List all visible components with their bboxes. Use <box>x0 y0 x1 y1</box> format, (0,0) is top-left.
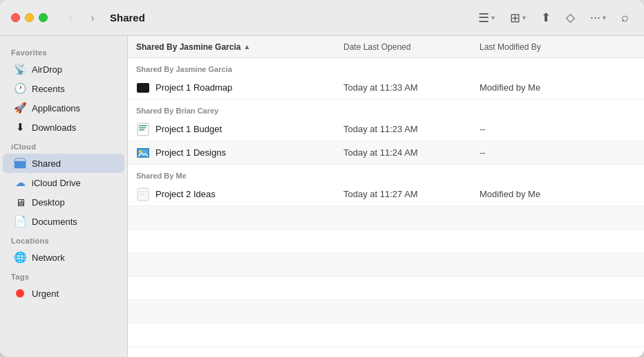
forward-button[interactable]: › <box>84 9 102 27</box>
svg-rect-9 <box>139 191 147 192</box>
sidebar-label-urgent: Urgent <box>32 289 59 299</box>
back-button[interactable]: ‹ <box>61 9 79 27</box>
list-view-button[interactable]: ☰ ▾ <box>474 8 499 28</box>
share-icon: ⬆ <box>541 10 551 25</box>
nav-buttons: ‹ › <box>61 9 102 27</box>
search-button[interactable]: ⌕ <box>617 8 633 28</box>
close-button[interactable] <box>11 13 20 22</box>
file-row-designs[interactable]: Project 1 Designs Today at 11:24 AM -- <box>128 141 644 165</box>
traffic-lights <box>11 13 48 22</box>
sidebar-item-shared[interactable]: Shared <box>3 154 124 173</box>
sidebar-label-airdrop: AirDrop <box>32 64 62 75</box>
content-area: Favorites 📡 AirDrop 🕐 Recents 🚀 Applicat… <box>0 36 644 357</box>
column-modified-header[interactable]: Last Modified By <box>471 42 644 52</box>
file-list: Shared By Jasmine Garcia Project 1 Roadm… <box>128 58 644 357</box>
shared-icon <box>14 157 26 170</box>
roadmap-modified: Modified by Me <box>471 82 644 93</box>
group-header-me: Shared By Me <box>128 165 644 183</box>
urgent-tag-icon <box>14 287 26 300</box>
svg-rect-3 <box>139 127 146 129</box>
svg-point-7 <box>139 150 142 153</box>
maximize-button[interactable] <box>39 13 48 22</box>
file-row-roadmap[interactable]: Project 1 Roadmap Today at 11:33 AM Modi… <box>128 76 644 100</box>
network-icon: 🌐 <box>14 251 26 264</box>
sidebar-item-desktop[interactable]: 🖥 Desktop <box>3 192 124 212</box>
sidebar-item-icloud-drive[interactable]: ☁ iCloud Drive <box>3 173 124 192</box>
sidebar-item-urgent[interactable]: Urgent <box>3 284 124 303</box>
recents-icon: 🕐 <box>14 82 26 95</box>
grid-view-chevron-icon: ▾ <box>522 14 526 21</box>
tag-button[interactable]: ◇ <box>562 8 579 28</box>
svg-rect-4 <box>139 129 144 131</box>
file-name-roadmap: Project 1 Roadmap <box>128 81 335 95</box>
sidebar-label-network: Network <box>32 253 65 263</box>
main-content: Shared By Jasmine Garcia ▲ Date Last Ope… <box>128 36 644 357</box>
designs-label: Project 1 Designs <box>155 147 226 158</box>
more-button[interactable]: ··· ▾ <box>586 8 610 28</box>
sidebar-item-airdrop[interactable]: 📡 AirDrop <box>3 60 124 79</box>
ideas-modified: Modified by Me <box>471 189 644 199</box>
empty-row-1 <box>128 206 644 230</box>
budget-date: Today at 11:23 AM <box>335 124 471 134</box>
empty-row-3 <box>128 253 644 277</box>
column-date-header[interactable]: Date Last Opened <box>335 42 471 52</box>
minimize-button[interactable] <box>25 13 34 22</box>
sidebar-label-documents: Documents <box>32 217 77 227</box>
column-name-header[interactable]: Shared By Jasmine Garcia ▲ <box>128 42 335 52</box>
sidebar-label-applications: Applications <box>32 103 80 113</box>
window-title: Shared <box>110 12 474 24</box>
column-modified-label: Last Modified By <box>480 42 541 52</box>
file-name-budget: Project 1 Budget <box>128 122 335 136</box>
column-date-label: Date Last Opened <box>343 42 410 52</box>
svg-rect-8 <box>138 188 149 201</box>
grid-view-button[interactable]: ⊞ ▾ <box>506 8 530 28</box>
file-name-ideas: Project 2 Ideas <box>128 187 335 201</box>
svg-rect-10 <box>139 193 146 194</box>
budget-modified: -- <box>471 124 644 134</box>
list-header: Shared By Jasmine Garcia ▲ Date Last Ope… <box>128 36 644 58</box>
ideas-file-icon <box>136 187 150 201</box>
sidebar-item-network[interactable]: 🌐 Network <box>3 248 124 267</box>
sidebar-label-desktop: Desktop <box>32 197 65 208</box>
sidebar-label-icloud-drive: iCloud Drive <box>32 178 81 188</box>
file-row-ideas[interactable]: Project 2 Ideas Today at 11:27 AM Modifi… <box>128 183 644 206</box>
roadmap-label: Project 1 Roadmap <box>155 82 232 93</box>
sidebar-item-applications[interactable]: 🚀 Applications <box>3 98 124 118</box>
group-header-jasmine: Shared By Jasmine Garcia <box>128 58 644 76</box>
file-row-budget[interactable]: Project 1 Budget Today at 11:23 AM -- <box>128 118 644 141</box>
downloads-icon: ⬇ <box>14 121 26 134</box>
more-chevron-icon: ▾ <box>603 14 606 21</box>
sort-chevron-icon: ▲ <box>243 43 250 51</box>
roadmap-file-icon <box>136 81 150 95</box>
budget-label: Project 1 Budget <box>155 124 222 134</box>
search-icon: ⌕ <box>621 10 629 25</box>
group-label-me: Shared By Me <box>136 172 187 180</box>
more-icon: ··· <box>590 10 600 25</box>
empty-row-2 <box>128 230 644 253</box>
sidebar-item-documents[interactable]: 📄 Documents <box>3 212 124 231</box>
sidebar-item-downloads[interactable]: ⬇ Downloads <box>3 118 124 137</box>
finder-window: ‹ › Shared ☰ ▾ ⊞ ▾ ⬆ ◇ ··· ▾ ⌕ <box>0 0 644 357</box>
sidebar-item-recents[interactable]: 🕐 Recents <box>3 79 124 98</box>
list-view-chevron-icon: ▾ <box>491 14 495 21</box>
icloud-drive-icon: ☁ <box>14 176 26 189</box>
titlebar: ‹ › Shared ☰ ▾ ⊞ ▾ ⬆ ◇ ··· ▾ ⌕ <box>0 0 644 36</box>
sidebar: Favorites 📡 AirDrop 🕐 Recents 🚀 Applicat… <box>0 36 128 357</box>
share-button[interactable]: ⬆ <box>537 8 555 28</box>
budget-file-icon <box>136 122 150 136</box>
documents-icon: 📄 <box>14 215 26 228</box>
file-name-designs: Project 1 Designs <box>128 146 335 160</box>
column-name-label: Shared By Jasmine Garcia <box>136 42 240 52</box>
sidebar-section-locations: Locations <box>0 231 127 248</box>
roadmap-date: Today at 11:33 AM <box>335 82 471 93</box>
tag-icon: ◇ <box>566 10 575 25</box>
designs-file-icon <box>136 146 150 160</box>
designs-modified: -- <box>471 147 644 158</box>
designs-date: Today at 11:24 AM <box>335 147 471 158</box>
sidebar-label-downloads: Downloads <box>32 122 76 133</box>
list-view-icon: ☰ <box>478 10 489 26</box>
sidebar-label-shared: Shared <box>32 158 61 169</box>
ideas-label: Project 2 Ideas <box>155 189 216 199</box>
empty-row-5 <box>128 300 644 324</box>
svg-rect-11 <box>139 195 144 196</box>
